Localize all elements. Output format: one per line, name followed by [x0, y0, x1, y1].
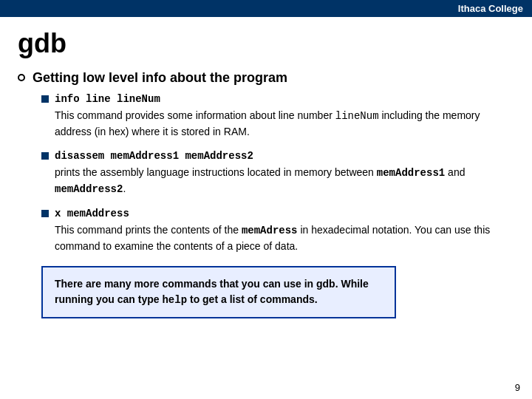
bullet-circle-icon	[18, 74, 25, 81]
description-1: This command provides some information a…	[55, 108, 514, 140]
college-name: Ithaca College	[458, 3, 523, 14]
description-3: This command prints the contents of the …	[55, 222, 514, 254]
list-item: x memAddress This command prints the con…	[41, 208, 514, 254]
description-2: prints the assembly language instruction…	[55, 165, 514, 197]
cmd-label-1: info line lineNum	[41, 93, 514, 105]
section-heading: Getting low level info about the program	[18, 70, 514, 86]
list-item: disassem memAddress1 memAddress2 prints …	[41, 150, 514, 197]
cmd-text-3: x memAddress	[55, 208, 129, 219]
highlight-box: There are many more commands that you ca…	[41, 266, 396, 318]
section-heading-text: Getting low level info about the program	[33, 70, 287, 86]
cmd-bullet-icon-2	[41, 152, 49, 160]
highlight-code: help	[162, 294, 187, 306]
page-number: 9	[515, 382, 520, 393]
header-bar: Ithaca College	[0, 0, 532, 17]
sub-items: info line lineNum This command provides …	[41, 93, 514, 254]
cmd-bullet-icon-1	[41, 95, 49, 103]
main-content: gdb Getting low level info about the pro…	[0, 17, 532, 342]
cmd-label-2: disassem memAddress1 memAddress2	[41, 150, 514, 162]
cmd-text-2: disassem memAddress1 memAddress2	[55, 150, 253, 162]
cmd-label-3: x memAddress	[41, 208, 514, 219]
page-title: gdb	[18, 29, 514, 58]
cmd-bullet-icon-3	[41, 210, 49, 217]
cmd-text-1: info line lineNum	[55, 93, 160, 105]
highlight-text-after: to get a list of commands.	[187, 293, 318, 305]
list-item: info line lineNum This command provides …	[41, 93, 514, 140]
